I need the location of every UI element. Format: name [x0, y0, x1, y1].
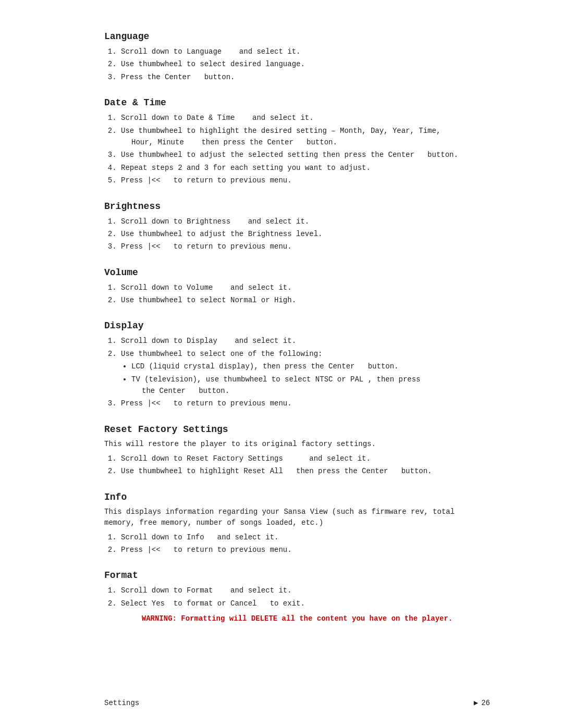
list-item: Repeat steps 2 and 3 for each setting yo…	[121, 162, 490, 174]
info-steps: Scroll down to Info and select it. Press…	[121, 532, 490, 556]
section-format: Format Scroll down to Format and select …	[104, 570, 490, 623]
list-item: Press |<< to return to previous menu.	[121, 398, 490, 409]
display-steps: Scroll down to Display and select it. Us…	[121, 335, 490, 409]
list-item: Scroll down to Info and select it.	[121, 532, 490, 543]
list-item: Press the Center button.	[121, 71, 490, 83]
volume-steps: Scroll down to Volume and select it. Use…	[121, 282, 490, 306]
section-brightness-title: Brightness	[104, 201, 490, 212]
section-display: Display Scroll down to Display and selec…	[104, 320, 490, 409]
list-item: TV (television), use thumbwheel to selec…	[131, 374, 490, 397]
list-item: Press |<< to return to previous menu.	[121, 544, 490, 556]
format-steps: Scroll down to Format and select it. Sel…	[121, 585, 490, 609]
next-arrow-icon: ▶	[474, 698, 478, 707]
section-language-title: Language	[104, 31, 490, 42]
list-item: LCD (liquid crystal display), then press…	[131, 361, 490, 372]
info-desc: This displays information regarding your…	[104, 507, 490, 528]
list-item-continuation: the Center button.	[142, 387, 229, 395]
display-substeps: LCD (liquid crystal display), then press…	[131, 361, 490, 397]
page-footer: Settings ▶ 26	[0, 698, 563, 707]
section-volume: Volume Scroll down to Volume and select …	[104, 267, 490, 306]
brightness-steps: Scroll down to Brightness and select it.…	[121, 216, 490, 253]
list-item: Scroll down to Display and select it.	[121, 335, 490, 347]
section-info-title: Info	[104, 492, 490, 502]
list-item: Scroll down to Date & Time and select it…	[121, 112, 490, 124]
date-time-steps: Scroll down to Date & Time and select it…	[121, 112, 490, 186]
list-item: Scroll down to Format and select it.	[121, 585, 490, 596]
list-item: Press |<< to return to previous menu.	[121, 175, 490, 186]
footer-label: Settings	[104, 699, 139, 707]
section-brightness: Brightness Scroll down to Brightness and…	[104, 201, 490, 253]
list-item: Use thumbwheel to select one of the foll…	[121, 348, 490, 397]
list-item: Use thumbwheel to select desired languag…	[121, 58, 490, 70]
section-info: Info This displays information regarding…	[104, 492, 490, 556]
page-content: Language Scroll down to Language and sel…	[0, 0, 563, 728]
section-date-time: Date & Time Scroll down to Date & Time a…	[104, 97, 490, 186]
list-item: Scroll down to Volume and select it.	[121, 282, 490, 293]
language-steps: Scroll down to Language and select it. U…	[121, 46, 490, 83]
list-item: Use thumbwheel to highlight the desired …	[121, 125, 490, 149]
format-warning: WARNING: Formatting will DELETE all the …	[104, 614, 490, 623]
list-item: Use thumbwheel to adjust the selected se…	[121, 149, 490, 161]
list-item: Scroll down to Language and select it.	[121, 46, 490, 57]
reset-factory-desc: This will restore the player to its orig…	[104, 439, 490, 450]
section-volume-title: Volume	[104, 267, 490, 278]
section-reset-factory: Reset Factory Settings This will restore…	[104, 424, 490, 477]
list-item: Use thumbwheel to adjust the Brightness …	[121, 228, 490, 240]
list-item: Scroll down to Brightness and select it.	[121, 216, 490, 227]
list-item: Select Yes to format or Cancel to exit.	[121, 598, 490, 609]
section-reset-factory-title: Reset Factory Settings	[104, 424, 490, 435]
list-item: Press |<< to return to previous menu.	[121, 241, 490, 252]
list-item-continuation: Hour, Minute then press the Center butto…	[131, 138, 337, 146]
section-date-time-title: Date & Time	[104, 97, 490, 108]
list-item: Use thumbwheel to select Normal or High.	[121, 294, 490, 306]
reset-factory-steps: Scroll down to Reset Factory Settings an…	[121, 453, 490, 477]
page-number: 26	[481, 699, 490, 707]
section-format-title: Format	[104, 570, 490, 581]
section-display-title: Display	[104, 320, 490, 331]
footer-right: ▶ 26	[474, 698, 490, 707]
list-item: Scroll down to Reset Factory Settings an…	[121, 453, 490, 464]
section-language: Language Scroll down to Language and sel…	[104, 31, 490, 83]
list-item: Use thumbwheel to highlight Reset All th…	[121, 465, 490, 477]
